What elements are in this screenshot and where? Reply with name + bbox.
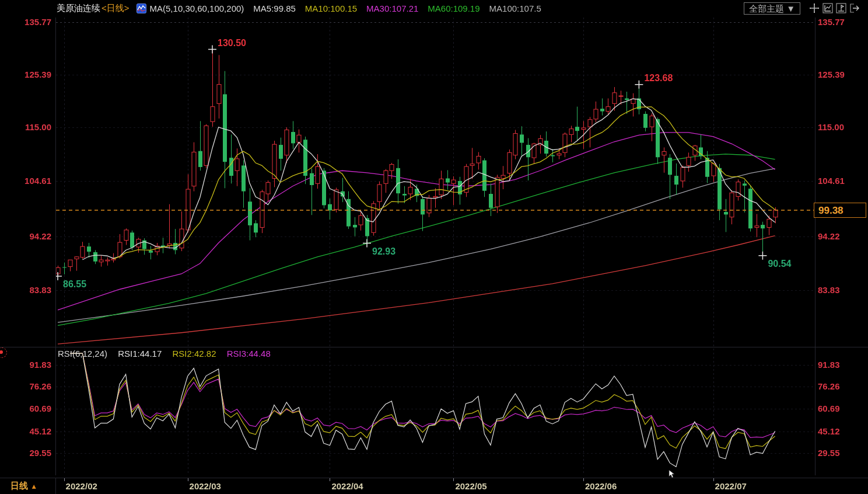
price-axis-label: 125.39 bbox=[818, 69, 868, 80]
ma100-value: MA100:107.5 bbox=[489, 4, 541, 13]
candlestick-chart-canvas[interactable] bbox=[0, 0, 868, 494]
price-axis-label: 135.77 bbox=[0, 17, 51, 27]
top-legend-bar: 美原油连续 <日线> MA(5,10,30,60,100,200) MA5:99… bbox=[0, 0, 868, 16]
ma60-value: MA60:109.19 bbox=[428, 4, 480, 13]
current-price-box: 99.38 bbox=[814, 203, 866, 218]
rsi-settings-label: RSI(6,12,24) bbox=[58, 349, 107, 359]
price-axis-label: 104.61 bbox=[818, 176, 868, 186]
rsi2-value: RSI2:42.82 bbox=[172, 349, 216, 359]
bottom-bar-divider bbox=[55, 478, 56, 494]
theme-dropdown-button[interactable]: 全部主题 ▼ bbox=[744, 2, 800, 15]
draw-flag-icon[interactable] bbox=[836, 3, 846, 13]
date-label: 2022/03 bbox=[190, 481, 221, 491]
date-label: 2022/07 bbox=[715, 481, 747, 491]
ma10-value: MA10:100.15 bbox=[305, 4, 357, 13]
rsi-axis-label: 91.83 bbox=[0, 360, 51, 370]
period-selector[interactable]: 日线 ▲ bbox=[10, 481, 37, 492]
axis-scale-icon[interactable] bbox=[822, 3, 833, 13]
date-label: 2022/02 bbox=[66, 481, 97, 491]
rsi-axis-label: 76.26 bbox=[818, 381, 868, 392]
ma5-value: MA5:99.85 bbox=[253, 4, 296, 13]
rsi3-value: RSI3:44.48 bbox=[227, 349, 271, 359]
date-label: 2022/06 bbox=[585, 481, 617, 491]
bottom-time-axis: 日线 ▲ 2022/02 2022/03 2022/04 2022/05 202… bbox=[0, 478, 868, 494]
price-axis-label: 135.77 bbox=[818, 17, 868, 27]
mouse-cursor-icon bbox=[668, 469, 676, 481]
ma30-value: MA30:107.21 bbox=[366, 4, 418, 13]
price-axis-label: 104.61 bbox=[0, 176, 51, 186]
price-axis-label: 83.83 bbox=[0, 285, 51, 295]
rsi-axis-label: 60.69 bbox=[0, 403, 51, 414]
export-icon[interactable] bbox=[849, 3, 860, 13]
price-axis-label: 94.22 bbox=[0, 231, 51, 242]
price-axis-label: 125.39 bbox=[0, 69, 51, 80]
symbol-title: 美原油连续 bbox=[57, 3, 100, 14]
indicator-icon[interactable] bbox=[136, 4, 146, 13]
rsi-axis-label: 45.12 bbox=[0, 426, 51, 437]
rsi-axis-label: 45.12 bbox=[818, 426, 868, 437]
rsi-axis-label: 29.55 bbox=[0, 448, 51, 458]
rsi-axis-label: 29.55 bbox=[818, 448, 868, 458]
rsi-legend: RSI(6,12,24) RSI1:44.17 RSI2:42.82 RSI3:… bbox=[58, 349, 271, 359]
price-axis-label: 94.22 bbox=[818, 231, 868, 242]
price-axis-label: 83.83 bbox=[818, 285, 868, 295]
rsi1-value: RSI1:44.17 bbox=[118, 349, 162, 359]
date-label: 2022/05 bbox=[455, 481, 487, 491]
price-axis-label: 115.00 bbox=[818, 122, 868, 133]
price-axis-label: 115.00 bbox=[0, 122, 51, 133]
period-tag: <日线> bbox=[102, 3, 130, 14]
crosshair-icon[interactable] bbox=[809, 3, 820, 13]
rsi-axis-label: 60.69 bbox=[818, 403, 868, 414]
rsi-axis-label: 76.26 bbox=[0, 381, 51, 392]
date-label: 2022/04 bbox=[331, 481, 363, 491]
rsi-axis-label: 91.83 bbox=[818, 360, 868, 370]
ma-settings-label: MA(5,10,30,60,100,200) bbox=[150, 4, 244, 13]
